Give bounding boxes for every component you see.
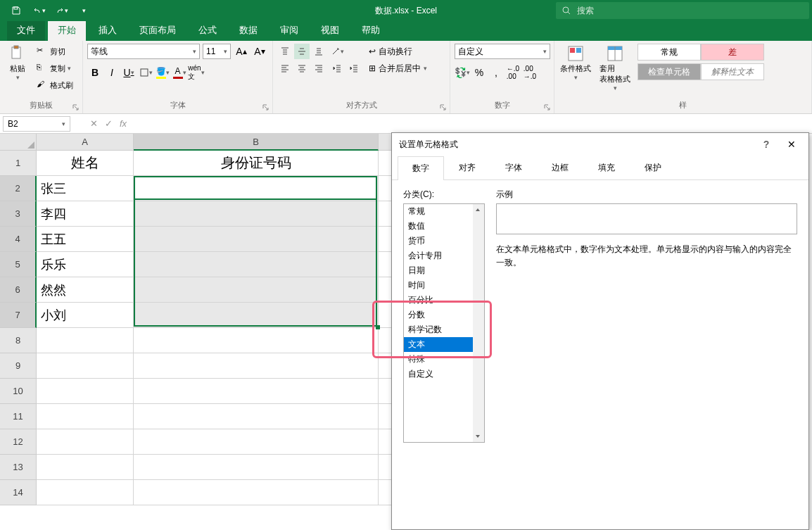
cell-B11[interactable] [134, 404, 379, 429]
category-item-7[interactable]: 分数 [404, 308, 484, 322]
category-item-3[interactable]: 会计专用 [404, 248, 484, 263]
cell-A5[interactable]: 乐乐 [37, 252, 134, 277]
cell-A8[interactable] [37, 328, 134, 353]
category-item-9[interactable]: 文本 [404, 337, 484, 352]
dialog-tab-1[interactable]: 对齐 [444, 156, 490, 179]
row-header-11[interactable]: 11 [0, 404, 37, 429]
cell-B1[interactable]: 身份证号码 [134, 151, 379, 176]
cell-A9[interactable] [37, 353, 134, 379]
border-button[interactable]: ▾ [138, 65, 153, 80]
increase-indent-button[interactable] [346, 61, 362, 76]
search-input[interactable] [577, 6, 804, 15]
font-name-combo[interactable]: 等线▾ [87, 44, 200, 59]
row-header-10[interactable]: 10 [0, 379, 37, 404]
align-bottom-button[interactable] [311, 44, 326, 59]
currency-button[interactable]: 💱▾ [455, 65, 470, 80]
tab-file[interactable]: 文件 [7, 20, 45, 41]
cell-A14[interactable] [37, 480, 134, 505]
increase-decimal-button[interactable]: ←.0.00 [505, 65, 521, 80]
cut-button[interactable]: ✂剪切 [34, 44, 76, 59]
tab-insert[interactable]: 插入 [89, 20, 127, 41]
dialog-tab-4[interactable]: 填充 [583, 156, 630, 179]
category-item-1[interactable]: 数值 [404, 219, 484, 234]
tab-help[interactable]: 帮助 [352, 20, 390, 41]
category-item-4[interactable]: 日期 [404, 263, 484, 278]
category-item-11[interactable]: 自定义 [404, 367, 484, 381]
underline-button[interactable]: U▾ [121, 65, 137, 80]
col-header-B[interactable]: B [134, 134, 379, 151]
cell-B6[interactable] [134, 277, 379, 303]
cancel-formula-button[interactable]: ✕ [90, 118, 98, 129]
col-header-A[interactable]: A [37, 134, 134, 151]
percent-button[interactable]: % [471, 65, 487, 80]
cell-B4[interactable] [134, 227, 379, 252]
number-format-combo[interactable]: 自定义▾ [455, 44, 550, 59]
category-scrollbar[interactable] [473, 204, 484, 442]
fill-color-button[interactable]: 🪣▾ [155, 65, 170, 80]
redo-button[interactable]: ▾ [52, 3, 70, 18]
copy-button[interactable]: ⎘复制▾ [34, 61, 76, 76]
style-check[interactable]: 检查单元格 [637, 63, 701, 80]
row-header-1[interactable]: 1 [0, 151, 37, 176]
cell-B8[interactable] [134, 328, 379, 353]
font-size-combo[interactable]: 11▾ [203, 44, 231, 59]
align-middle-button[interactable] [294, 44, 310, 59]
cell-B7[interactable] [134, 303, 379, 328]
cell-B3[interactable] [134, 201, 379, 227]
font-dialog-launcher[interactable] [262, 103, 271, 112]
clipboard-dialog-launcher[interactable] [72, 103, 81, 112]
decrease-font-button[interactable]: A▾ [252, 44, 267, 59]
tab-formulas[interactable]: 公式 [189, 20, 227, 41]
cell-A1[interactable]: 姓名 [37, 151, 134, 176]
save-icon[interactable] [7, 3, 25, 18]
name-box[interactable]: B2▾ [3, 116, 70, 132]
category-listbox[interactable]: 常规数值货币会计专用日期时间百分比分数科学记数文本特殊自定义 [403, 203, 485, 443]
scroll-up-icon[interactable] [474, 206, 483, 214]
number-dialog-launcher[interactable] [544, 103, 552, 112]
align-center-button[interactable] [294, 61, 310, 76]
row-header-8[interactable]: 8 [0, 328, 37, 353]
orientation-button[interactable]: ▾ [329, 44, 345, 59]
row-header-4[interactable]: 4 [0, 227, 37, 252]
category-item-6[interactable]: 百分比 [404, 293, 484, 308]
cell-B2[interactable] [134, 176, 379, 201]
merge-center-button[interactable]: ⊞合并后居中▾ [364, 61, 431, 76]
category-item-5[interactable]: 时间 [404, 278, 484, 293]
tab-review[interactable]: 审阅 [270, 20, 308, 41]
enter-formula-button[interactable]: ✓ [105, 118, 113, 129]
cell-A6[interactable]: 然然 [37, 277, 134, 303]
cell-B10[interactable] [134, 379, 379, 404]
cell-B13[interactable] [134, 455, 379, 480]
increase-font-button[interactable]: A▴ [234, 44, 249, 59]
formula-input[interactable] [134, 116, 812, 132]
fx-button[interactable]: fx [120, 118, 127, 129]
scroll-down-icon[interactable] [474, 432, 483, 441]
row-header-5[interactable]: 5 [0, 252, 37, 277]
cell-B14[interactable] [134, 480, 379, 505]
align-top-button[interactable] [277, 44, 293, 59]
decrease-decimal-button[interactable]: .00→.0 [522, 65, 538, 80]
category-item-2[interactable]: 货币 [404, 234, 484, 248]
qat-customize[interactable]: ▾ [75, 3, 93, 18]
tab-view[interactable]: 视图 [311, 20, 349, 41]
style-explain[interactable]: 解释性文本 [701, 63, 764, 80]
format-painter-button[interactable]: 🖌格式刷 [34, 77, 76, 93]
row-header-3[interactable]: 3 [0, 201, 37, 227]
row-header-7[interactable]: 7 [0, 303, 37, 328]
dialog-tab-3[interactable]: 边框 [537, 156, 583, 179]
conditional-format-button[interactable]: 条件格式▾ [559, 44, 592, 82]
cell-A3[interactable]: 李四 [37, 201, 134, 227]
cell-A11[interactable] [37, 404, 134, 429]
row-header-12[interactable]: 12 [0, 429, 37, 455]
dialog-tab-2[interactable]: 字体 [490, 156, 537, 179]
italic-button[interactable]: I [104, 65, 120, 80]
category-item-10[interactable]: 特殊 [404, 352, 484, 367]
cell-B5[interactable] [134, 252, 379, 277]
cell-A13[interactable] [37, 455, 134, 480]
cell-A7[interactable]: 小刘 [37, 303, 134, 328]
search-box[interactable] [556, 2, 809, 19]
undo-button[interactable]: ▾ [30, 3, 48, 18]
cell-A10[interactable] [37, 379, 134, 404]
table-format-button[interactable]: 套用 表格格式▾ [595, 44, 635, 93]
row-header-14[interactable]: 14 [0, 480, 37, 505]
